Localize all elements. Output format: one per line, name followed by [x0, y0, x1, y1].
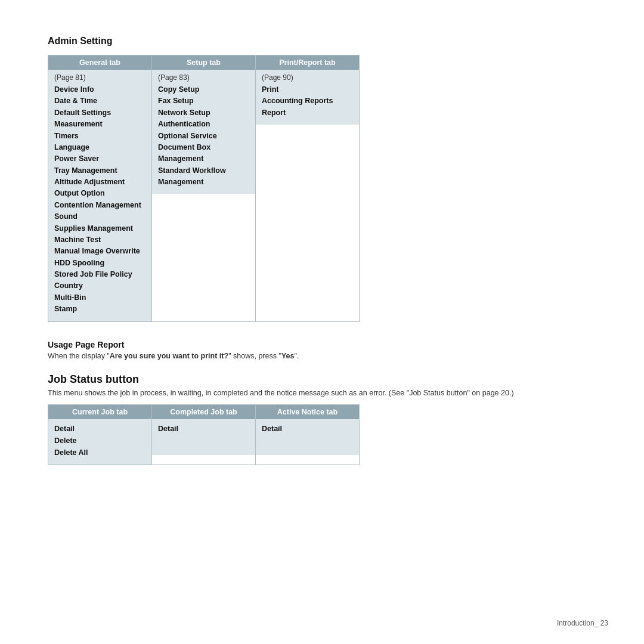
general-item-stamp: Stamp	[54, 304, 145, 315]
setup-tab-body: (Page 83) Copy Setup Fax Setup Network S…	[152, 70, 255, 194]
setup-item-fax-setup: Fax Setup	[158, 95, 249, 107]
active-notice-item-detail: Detail	[262, 423, 353, 435]
print-report-tab-page-ref: (Page 90)	[262, 73, 353, 82]
print-report-item-print: Print	[262, 84, 353, 95]
setup-item-network-setup: Network Setup	[158, 107, 249, 119]
completed-job-tab-column: Completed Job tab Detail	[151, 404, 256, 465]
general-item-stored-job-file-policy: Stored Job File Policy	[54, 269, 145, 280]
current-job-tab-column: Current Job tab Detail Delete Delete All	[48, 404, 152, 465]
usage-page-report-desc: When the display "Are you sure you want …	[48, 352, 596, 360]
current-job-item-delete-all: Delete All	[54, 447, 145, 459]
setup-item-document-box: Document Box	[158, 142, 249, 153]
general-item-sound: Sound	[54, 211, 145, 222]
general-item-language: Language	[54, 142, 145, 153]
general-item-machine-test: Machine Test	[54, 234, 145, 246]
print-report-tab-column: Print/Report tab (Page 90) Print Account…	[255, 55, 360, 322]
current-job-item-detail: Detail	[54, 423, 145, 435]
general-item-output-option: Output Option	[54, 188, 145, 199]
setup-item-management2: Management	[158, 177, 249, 188]
admin-setting-title: Admin Setting	[48, 36, 596, 47]
print-report-item-accounting-reports: Accounting Reports	[262, 95, 353, 107]
general-item-contention-management: Contention Management	[54, 200, 145, 211]
active-notice-tab-body: Detail	[256, 419, 359, 455]
job-status-title: Job Status button	[48, 373, 596, 386]
completed-job-item-detail: Detail	[158, 423, 249, 435]
active-notice-tab-column: Active Notice tab Detail	[255, 404, 360, 465]
usage-page-report-section: Usage Page Report When the display "Are …	[48, 340, 596, 360]
general-item-altitude-adjustment: Altitude Adjustment	[54, 177, 145, 188]
job-status-desc: This menu shows the job in process, in w…	[48, 389, 596, 397]
setup-tab-page-ref: (Page 83)	[158, 73, 249, 82]
print-report-tab-body: (Page 90) Print Accounting Reports Repor…	[256, 70, 359, 125]
general-item-manual-image-overwrite: Manual Image Overwrite	[54, 246, 145, 257]
general-item-power-saver: Power Saver	[54, 153, 145, 165]
setup-item-authentication: Authentication	[158, 119, 249, 130]
current-job-tab-header: Current Job tab	[48, 405, 151, 419]
setup-tab-column: Setup tab (Page 83) Copy Setup Fax Setup…	[151, 55, 256, 322]
general-item-hdd-spooling: HDD Spooling	[54, 258, 145, 269]
general-item-default-settings: Default Settings	[54, 107, 145, 119]
job-status-table: Current Job tab Detail Delete Delete All…	[48, 404, 596, 465]
completed-job-tab-body: Detail	[152, 419, 255, 455]
current-job-tab-body: Detail Delete Delete All	[48, 419, 151, 465]
active-notice-tab-header: Active Notice tab	[256, 405, 359, 419]
general-item-supplies-management: Supplies Management	[54, 223, 145, 234]
admin-setting-table: General tab (Page 81) Device Info Date &…	[48, 55, 596, 322]
print-report-tab-header: Print/Report tab	[256, 55, 359, 70]
print-report-item-report: Report	[262, 107, 353, 119]
general-item-tray-management: Tray Management	[54, 165, 145, 177]
completed-job-tab-header: Completed Job tab	[152, 405, 255, 419]
general-tab-column: General tab (Page 81) Device Info Date &…	[48, 55, 152, 322]
job-status-section: Job Status button This menu shows the jo…	[48, 373, 596, 465]
general-item-country: Country	[54, 280, 145, 292]
setup-item-optional-service: Optional Service	[158, 131, 249, 142]
general-item-device-info: Device Info	[54, 84, 145, 95]
usage-page-report-title: Usage Page Report	[48, 340, 596, 349]
usage-bold-text: Are you sure you want to print it?	[110, 352, 228, 360]
usage-bold-yes: Yes	[281, 352, 295, 360]
current-job-item-delete: Delete	[54, 435, 145, 447]
page-footer: Introduction_ 23	[557, 619, 608, 627]
general-tab-page-ref: (Page 81)	[54, 73, 145, 82]
general-item-date-time: Date & Time	[54, 95, 145, 107]
general-tab-header: General tab	[48, 55, 151, 70]
general-item-measurement: Measurement	[54, 119, 145, 130]
setup-item-copy-setup: Copy Setup	[158, 84, 249, 95]
general-tab-body: (Page 81) Device Info Date & Time Defaul…	[48, 70, 151, 321]
setup-tab-header: Setup tab	[152, 55, 255, 70]
setup-item-management: Management	[158, 153, 249, 165]
general-item-timers: Timers	[54, 131, 145, 142]
setup-item-standard-workflow: Standard Workflow	[158, 165, 249, 177]
general-item-multi-bin: Multi-Bin	[54, 292, 145, 304]
